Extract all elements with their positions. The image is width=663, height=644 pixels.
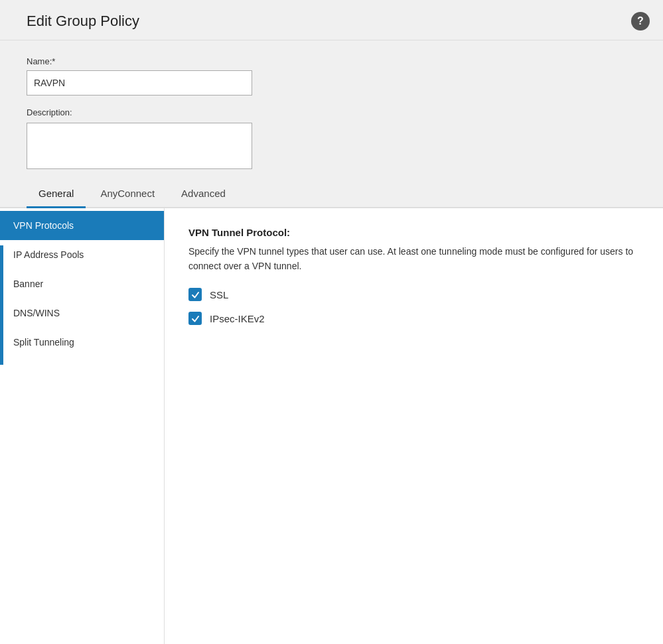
section-description: Specify the VPN tunnel types that user c…	[188, 245, 639, 273]
ipsec-checkbox-row: IPsec-IKEv2	[188, 312, 639, 325]
description-input[interactable]	[27, 123, 252, 169]
modal-title: Edit Group Policy	[27, 13, 139, 30]
ssl-checkbox[interactable]	[188, 288, 202, 301]
ipsec-checkbox[interactable]	[188, 312, 202, 325]
modal-container: Edit Group Policy ? Name:* Description: …	[0, 0, 663, 644]
sidebar-item-banner[interactable]: Banner	[0, 269, 164, 298]
name-field-group: Name:*	[27, 56, 636, 96]
main-content: VPN Tunnel Protocol: Specify the VPN tun…	[165, 208, 663, 644]
ipsec-label: IPsec-IKEv2	[210, 313, 265, 324]
content-area: VPN Protocols IP Address Pools Banner DN…	[0, 208, 663, 644]
ssl-label: SSL	[210, 289, 228, 300]
sidebar-item-dns-wins[interactable]: DNS/WINS	[0, 298, 164, 328]
sidebar-item-split-tunneling[interactable]: Split Tunneling	[0, 328, 164, 357]
name-input[interactable]	[27, 70, 252, 96]
tab-general[interactable]: General	[27, 181, 86, 207]
sidebar-item-ip-address-pools[interactable]: IP Address Pools	[0, 240, 164, 269]
help-icon[interactable]: ?	[631, 12, 650, 31]
tab-advanced[interactable]: Advanced	[169, 181, 238, 207]
sidebar: VPN Protocols IP Address Pools Banner DN…	[0, 208, 165, 644]
ssl-checkbox-row: SSL	[188, 288, 639, 301]
description-label: Description:	[27, 107, 636, 117]
tab-anyconnect[interactable]: AnyConnect	[88, 181, 167, 207]
name-label: Name:*	[27, 56, 636, 66]
form-section: Name:* Description:	[0, 40, 663, 169]
section-title: VPN Tunnel Protocol:	[188, 227, 639, 238]
description-field-group: Description:	[27, 107, 636, 169]
tabs-bar: General AnyConnect Advanced	[0, 181, 663, 208]
sidebar-item-vpn-protocols[interactable]: VPN Protocols	[0, 211, 164, 240]
left-accent	[0, 245, 3, 365]
modal-header: Edit Group Policy ?	[0, 0, 663, 40]
